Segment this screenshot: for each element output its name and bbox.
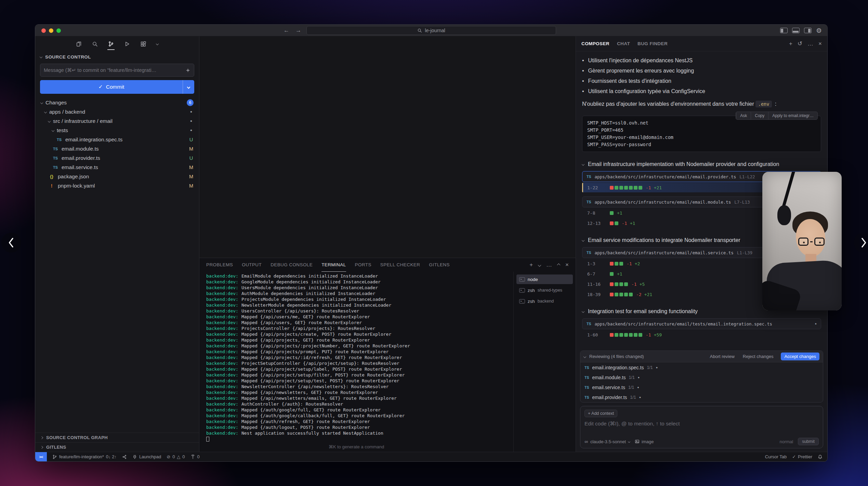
model-selector[interactable]: ∞ claude-3.5-sonnet <box>584 439 630 444</box>
commit-dropdown-button[interactable] <box>183 80 194 94</box>
panel-tab[interactable]: DEBUG CONSOLE <box>271 258 313 272</box>
list-item: • Fournissent des tests d'intégration <box>582 76 821 86</box>
panel-tab[interactable]: SPELL CHECKER <box>380 258 420 272</box>
attach-image-button[interactable]: image <box>635 439 654 444</box>
terminal-profile-chevron-icon[interactable] <box>538 263 541 267</box>
tree-row[interactable]: src / infrastructure / email • <box>35 116 199 126</box>
more-views-icon[interactable] <box>156 38 159 50</box>
run-debug-icon[interactable] <box>123 38 131 50</box>
new-terminal-icon[interactable]: + <box>529 261 533 268</box>
reject-changes-button[interactable]: Reject changes <box>743 354 774 359</box>
launchpad-button[interactable]: Launchpad <box>132 454 161 459</box>
toggle-right-sidebar-icon[interactable] <box>804 28 812 33</box>
composer-tab[interactable]: CHAT <box>617 41 630 46</box>
source-control-section-header[interactable]: SOURCE CONTROL <box>35 52 199 62</box>
chevron-down-icon <box>582 310 584 313</box>
composer-tab[interactable]: COMPOSER <box>581 41 609 46</box>
panel-more-actions-icon[interactable]: … <box>546 261 552 268</box>
carousel-next-button[interactable] <box>854 233 868 253</box>
toggle-left-sidebar-icon[interactable] <box>780 28 788 33</box>
cursor-tab-toggle[interactable]: Cursor Tab <box>765 454 787 459</box>
new-composer-icon[interactable]: + <box>789 40 792 47</box>
submit-button[interactable]: submit <box>798 438 819 445</box>
explorer-icon[interactable] <box>75 38 82 50</box>
editor-area[interactable] <box>199 36 576 258</box>
terminal-list-item[interactable]: >_ zsh backend <box>516 296 573 306</box>
abort-review-button[interactable]: Abort review <box>710 354 735 359</box>
search-view-icon[interactable] <box>91 38 98 50</box>
generate-commit-message-icon[interactable] <box>185 68 190 73</box>
chevron-down-icon <box>187 85 190 89</box>
minimize-window-button[interactable] <box>49 28 53 33</box>
prettier-indicator[interactable]: ✓ Prettier <box>792 454 812 459</box>
terminal-line: backend:dev:Mapped {/api/projects/:id/re… <box>206 355 513 360</box>
close-panel-icon[interactable]: × <box>565 261 569 268</box>
review-file-row[interactable]: TS email.module.ts 1/1 ● <box>580 372 823 382</box>
tree-row[interactable]: TS email.service.ts M <box>35 163 199 172</box>
carousel-prev-button[interactable] <box>1 233 21 253</box>
code-action-button[interactable]: Copy <box>751 112 768 119</box>
branch-indicator[interactable]: feature/llm-integration* 0↓ 2↑ <box>52 454 117 459</box>
review-file-row[interactable]: TS email.integration.spec.ts 1/1 ● <box>580 362 823 372</box>
panel-tab[interactable]: TERMINAL <box>321 258 346 272</box>
tree-row[interactable]: Changes 6 <box>35 98 199 107</box>
history-icon[interactable]: ↺ <box>798 40 802 47</box>
tree-row[interactable]: ! pnpm-lock.yaml M <box>35 181 199 190</box>
notifications-bell-icon[interactable] <box>818 455 823 459</box>
commit-message-input[interactable]: Message (⌘↵ to commit on "feature/llm-in… <box>40 64 194 77</box>
extensions-icon[interactable] <box>140 38 147 50</box>
add-context-button[interactable]: + Add context <box>584 410 617 417</box>
composer-input-placeholder[interactable]: Edit code (⌘I), @ to mention, ↑ to selec… <box>584 421 819 434</box>
terminal-line-prefix: backend:dev: <box>206 343 238 348</box>
section-header[interactable]: Email infrastructure implementation with… <box>582 159 821 169</box>
composer-tab[interactable]: BUG FINDER <box>637 41 668 46</box>
file-path: apps/backend/src/infrastructure/email/te… <box>594 321 772 327</box>
code-action-button[interactable]: Apply to email.integr… <box>768 112 817 119</box>
tree-row[interactable]: TS email.provider.ts U <box>35 153 199 163</box>
history-forward-button[interactable]: → <box>295 27 301 34</box>
tree-row[interactable]: TS email.integration.spec.ts U <box>35 135 199 144</box>
panel-tab[interactable]: PROBLEMS <box>206 258 233 272</box>
ports-indicator[interactable]: 0 <box>190 454 200 459</box>
source-control-graph-section[interactable]: SOURCE CONTROL GRAPH <box>35 433 199 442</box>
commit-button[interactable]: ✓ Commit <box>40 80 183 94</box>
history-back-button[interactable]: ← <box>284 27 289 34</box>
workspace-search-bar[interactable]: le-journal <box>306 26 556 35</box>
composer-more-actions-icon[interactable]: … <box>807 40 813 47</box>
composer-input-box[interactable]: + Add context Edit code (⌘I), @ to menti… <box>580 406 823 448</box>
panel-tab[interactable]: OUTPUT <box>242 258 262 272</box>
close-composer-icon[interactable]: × <box>818 40 822 47</box>
commit-message-placeholder: Message (⌘↵ to commit on "feature/llm-in… <box>44 67 183 73</box>
source-control-view-icon[interactable] <box>107 38 115 50</box>
git-status-decoration: U <box>189 137 194 142</box>
diff-blocks <box>610 186 642 190</box>
expand-chevron-icon <box>52 129 54 131</box>
tree-row[interactable]: tests • <box>35 126 199 135</box>
deletions-count: -1 <box>646 185 651 190</box>
review-file-row[interactable]: TS email.provider.ts 1/1 ● <box>580 392 823 402</box>
accept-changes-button[interactable]: Accept changes <box>781 353 819 360</box>
panel-tab[interactable]: GITLENS <box>429 258 450 272</box>
toggle-panel-icon[interactable] <box>792 28 800 33</box>
gitlens-section[interactable]: GITLENS <box>35 442 199 452</box>
review-file-row[interactable]: TS email.service.ts 1/1 ● <box>580 382 823 392</box>
tree-row[interactable]: {} package.json M <box>35 172 199 181</box>
close-window-button[interactable] <box>41 28 46 33</box>
file-pill[interactable]: TS apps/backend/src/infrastructure/email… <box>582 318 821 329</box>
remote-indicator[interactable]: >< <box>35 452 47 461</box>
panel-tab[interactable]: PORTS <box>355 258 371 272</box>
source-control-graph-button[interactable] <box>122 455 127 459</box>
tree-row[interactable]: TS email.module.ts M <box>35 144 199 153</box>
terminal-output[interactable]: backend:dev:EmailModule dependencies ini… <box>199 272 513 452</box>
terminal-list-item[interactable]: >_ zsh shared-types <box>516 285 573 295</box>
terminal-list-item[interactable]: >_ node <box>516 274 573 284</box>
maximize-window-button[interactable] <box>56 28 61 33</box>
diff-row[interactable]: 1-60 -1 +59 <box>582 330 821 340</box>
code-action-button[interactable]: Ask <box>736 112 751 119</box>
problems-indicator[interactable]: ⊘ 0 △ 0 <box>167 454 185 459</box>
terminal-line: backend:dev:Mapped {/api/newsletters, GE… <box>206 389 513 395</box>
tree-row[interactable]: apps / backend • <box>35 107 199 116</box>
terminal-line-prefix: backend:dev: <box>206 332 238 337</box>
gear-icon[interactable]: ⚙ <box>816 27 822 34</box>
maximize-panel-icon[interactable] <box>557 263 561 267</box>
